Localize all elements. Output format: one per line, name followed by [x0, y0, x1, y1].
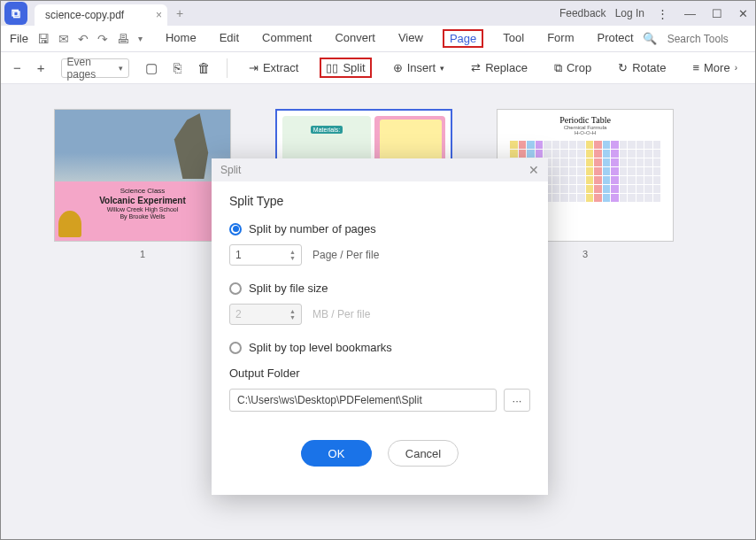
thumb1-sub1: Willow Creek High School: [62, 206, 223, 212]
close-window-icon[interactable]: ✕: [735, 7, 752, 20]
new-tab-button[interactable]: +: [176, 6, 183, 20]
insert-label: Insert: [407, 61, 436, 74]
tab-title: science-copy.pdf: [45, 9, 124, 21]
redo-icon[interactable]: ↷: [97, 32, 108, 46]
pages-per-file-input[interactable]: 1 ▲▼: [229, 244, 302, 266]
thumb1-title: Volcanic Experiment: [62, 196, 223, 205]
page-filter-value: Even pages: [67, 56, 120, 81]
menu-comment[interactable]: Comment: [258, 29, 315, 48]
extract-icon: ⇥: [249, 61, 258, 74]
separator: [227, 58, 228, 78]
radio-split-bookmarks-label: Split by top level bookmarks: [249, 341, 392, 354]
minimize-icon[interactable]: —: [681, 7, 699, 20]
login-link[interactable]: Log In: [615, 7, 644, 19]
ok-button[interactable]: OK: [301, 440, 372, 467]
rotate-button[interactable]: ↻ Rotate: [613, 58, 671, 77]
stepper-up-icon: ▲: [289, 308, 296, 314]
menu-protect[interactable]: Protect: [593, 29, 636, 48]
zoom-out-button[interactable]: −: [13, 60, 21, 75]
menu-page[interactable]: Page: [443, 29, 483, 48]
output-path-input[interactable]: C:\Users\ws\Desktop\PDFelement\Split: [229, 389, 497, 412]
print-icon[interactable]: 🖶: [117, 32, 129, 46]
thumb3-sub2: H-O-O-H: [498, 130, 673, 135]
radio-split-pages[interactable]: [229, 223, 242, 235]
delete-icon[interactable]: 🗑: [197, 60, 211, 75]
menu-form[interactable]: Form: [544, 29, 577, 48]
thumb1-sub2: By Brooke Wells: [62, 213, 223, 220]
save-icon[interactable]: 🖫: [37, 32, 50, 46]
pages-value: 1: [235, 249, 242, 261]
menu-convert[interactable]: Convert: [331, 29, 379, 48]
crop-icon: ⧉: [554, 61, 562, 75]
app-logo: ⧉: [4, 2, 27, 25]
more-icon: ≡: [692, 61, 699, 74]
chevron-down-icon: ▾: [119, 64, 123, 73]
thumb1-heading: Science Class: [62, 187, 223, 195]
mail-icon[interactable]: ✉: [58, 32, 69, 46]
materials-label: Materials:: [311, 126, 343, 134]
output-folder-heading: Output Folder: [229, 366, 530, 380]
file-menu[interactable]: File: [10, 32, 28, 45]
more-button[interactable]: ≡ More ›: [687, 58, 743, 77]
close-dialog-icon[interactable]: ✕: [528, 163, 539, 177]
radio-split-size[interactable]: [229, 282, 242, 295]
size-per-file-input: 2 ▲▼: [229, 304, 302, 325]
menu-view[interactable]: View: [395, 29, 427, 48]
dialog-title: Split: [220, 164, 241, 176]
search-icon: 🔍: [643, 32, 657, 45]
radio-split-size-label: Split by file size: [249, 282, 328, 295]
radio-split-pages-label: Split by number of pages: [249, 222, 376, 235]
more-label: More: [704, 61, 730, 74]
feedback-link[interactable]: Feedback: [559, 7, 606, 19]
stepper-down-icon[interactable]: ▼: [289, 255, 296, 261]
rotate-icon: ↻: [618, 61, 628, 74]
document-tab[interactable]: science-copy.pdf ×: [35, 4, 167, 26]
replace-label: Replace: [485, 61, 528, 74]
page-thumb-1[interactable]: Science Class Volcanic Experiment Willow…: [54, 109, 231, 259]
sticky-note: [380, 120, 442, 164]
close-tab-icon[interactable]: ×: [156, 9, 162, 21]
page-filter-select[interactable]: Even pages ▾: [61, 58, 130, 78]
split-button[interactable]: ▯▯ Split: [320, 58, 371, 78]
stepper-down-icon: ▼: [289, 314, 296, 320]
size-value: 2: [235, 308, 242, 320]
thumb3-title: Periodic Table: [498, 115, 673, 125]
output-path-value: C:\Users\ws\Desktop\PDFelement\Split: [237, 394, 422, 406]
split-icon: ▯▯: [326, 61, 338, 74]
crop-label: Crop: [567, 61, 591, 74]
pages-unit-label: Page / Per file: [312, 249, 379, 261]
size-unit-label: MB / Per file: [312, 308, 370, 320]
browse-button[interactable]: ···: [504, 389, 530, 412]
insert-button[interactable]: ⊕ Insert ▾: [388, 58, 451, 77]
split-dialog: Split ✕ Split Type Split by number of pa…: [212, 158, 548, 495]
kebab-icon[interactable]: ⋮: [653, 7, 672, 20]
menu-edit[interactable]: Edit: [216, 29, 243, 48]
page-box-icon[interactable]: ▢: [145, 60, 158, 76]
radio-split-bookmarks[interactable]: [229, 342, 242, 354]
extract-label: Extract: [263, 61, 298, 74]
cancel-button[interactable]: Cancel: [388, 440, 459, 467]
crop-button[interactable]: ⧉ Crop: [549, 58, 597, 78]
character-illustration: [58, 211, 81, 237]
undo-icon[interactable]: ↶: [78, 32, 89, 46]
rotate-label: Rotate: [632, 61, 666, 74]
search-input[interactable]: [667, 33, 747, 45]
replace-button[interactable]: ⇄ Replace: [466, 58, 533, 77]
copy-icon[interactable]: ⎘: [174, 60, 181, 75]
zoom-in-button[interactable]: +: [37, 60, 45, 75]
split-type-heading: Split Type: [229, 194, 530, 208]
split-label: Split: [343, 61, 365, 74]
stepper-up-icon[interactable]: ▲: [289, 249, 296, 255]
chevron-down-icon: ▾: [440, 64, 444, 73]
replace-icon: ⇄: [471, 61, 481, 74]
menu-tool[interactable]: Tool: [499, 29, 528, 48]
page-number: 1: [54, 249, 231, 259]
chevron-right-icon: ›: [735, 63, 737, 73]
rock-illustration: [170, 113, 212, 179]
dropdown-icon[interactable]: ▾: [138, 34, 143, 43]
maximize-icon[interactable]: ☐: [708, 7, 726, 20]
extract-button[interactable]: ⇥ Extract: [243, 58, 304, 77]
insert-icon: ⊕: [393, 61, 403, 74]
menu-home[interactable]: Home: [162, 29, 200, 48]
